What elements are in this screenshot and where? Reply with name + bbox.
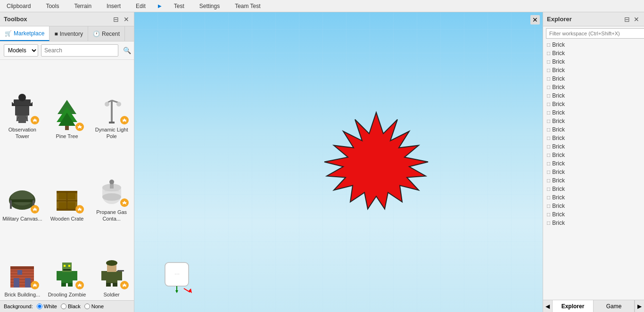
explorer-filter-input[interactable]: [546, 28, 644, 39]
explorer-item[interactable]: □Brick: [543, 219, 644, 227]
svg-marker-11: [33, 118, 37, 122]
tab-game[interactable]: Game: [594, 300, 635, 312]
search-button[interactable]: 🔍: [121, 46, 133, 55]
menu-settings[interactable]: Settings: [197, 2, 223, 10]
explorer-item[interactable]: □Brick: [543, 74, 644, 83]
svg-rect-27: [10, 200, 12, 209]
brick-icon: □: [547, 92, 550, 99]
item-badge-soldier: [120, 281, 129, 289]
grid-item-military-canvas[interactable]: Military Canvas...: [0, 142, 45, 225]
bg-black-label: Black: [68, 304, 81, 309]
grid-item-soldier[interactable]: Soldier: [89, 225, 134, 300]
grid-item-pine-tree[interactable]: Pine Tree: [45, 60, 90, 142]
explorer-item[interactable]: □Brick: [543, 142, 644, 151]
tab-inventory[interactable]: ■ Inventory: [50, 26, 88, 41]
explorer-item[interactable]: □Brick: [543, 210, 644, 219]
explorer-item[interactable]: □Brick: [543, 193, 644, 202]
menu-test[interactable]: Test: [171, 2, 187, 10]
svg-rect-38: [68, 202, 75, 209]
explorer-item[interactable]: □Brick: [543, 134, 644, 142]
explorer-item[interactable]: □Brick: [543, 83, 644, 91]
svg-rect-63: [73, 271, 77, 280]
bg-black-option[interactable]: Black: [61, 304, 81, 309]
items-grid: Observation Tower Pine Tree: [0, 60, 134, 300]
svg-rect-60: [61, 271, 73, 283]
explorer-item[interactable]: □Brick: [543, 125, 644, 134]
explosion-shape: [315, 108, 433, 207]
menu-clipboard[interactable]: Clipboard: [4, 2, 33, 10]
brick-icon: □: [547, 118, 550, 124]
inventory-icon: ■: [54, 31, 58, 37]
grid-item-dynamic-light-pole[interactable]: Dynamic Light Pole: [89, 60, 134, 142]
menu-terrain[interactable]: Terrain: [71, 2, 94, 10]
explorer-item[interactable]: □Brick: [543, 159, 644, 168]
explorer-title: Explorer: [547, 16, 572, 23]
item-label-pine-tree: Pine Tree: [56, 133, 78, 140]
explorer-item[interactable]: □Brick: [543, 117, 644, 125]
grid-item-drooling-zombie[interactable]: Drooling Zombie: [45, 225, 90, 300]
explorer-item[interactable]: □Brick: [543, 49, 644, 57]
explorer-item[interactable]: □Brick: [543, 202, 644, 210]
explorer-item[interactable]: □Brick: [543, 41, 644, 49]
toolbox-header: Toolbox ⊟ ✕: [0, 12, 134, 26]
tab-recent[interactable]: 🕐 Recent: [88, 26, 125, 41]
item-label-military-canvas: Military Canvas...: [2, 215, 42, 222]
toolbox-panel: Toolbox ⊟ ✕ 🛒 Marketplace ■ Inventory 🕐 …: [0, 12, 134, 312]
grid-item-observation-tower[interactable]: Observation Tower: [0, 60, 45, 142]
explorer-item[interactable]: □Brick: [543, 176, 644, 185]
menu-edit[interactable]: Edit: [133, 2, 149, 10]
item-thumb-pine-tree: [49, 96, 85, 132]
item-badge-dynamic-light-pole: [120, 116, 129, 124]
search-input[interactable]: [41, 44, 118, 57]
explorer-item[interactable]: □Brick: [543, 168, 644, 176]
bg-none-radio[interactable]: [84, 304, 90, 309]
item-thumb-brick-building: [4, 255, 40, 290]
menu-insert[interactable]: Insert: [104, 2, 124, 10]
toolbox-dock-button[interactable]: ⊟: [112, 16, 120, 23]
item-thumb-observation-tower: [4, 90, 40, 125]
svg-rect-17: [111, 100, 113, 123]
brick-icon: □: [547, 211, 550, 218]
explorer-item[interactable]: □Brick: [543, 100, 644, 108]
menu-team-test[interactable]: Team Test: [232, 2, 263, 10]
model-type-select[interactable]: Models Meshes Images Audio Plugins: [4, 44, 38, 57]
toolbox-title: Toolbox: [4, 16, 27, 23]
grid-item-propane-gas[interactable]: Propane Gas Conta...: [89, 142, 134, 225]
bg-white-radio[interactable]: [37, 304, 42, 309]
svg-rect-75: [106, 283, 111, 287]
explorer-close-button[interactable]: ✕: [633, 16, 640, 23]
bg-white-option[interactable]: White: [37, 304, 57, 309]
explorer-item[interactable]: □Brick: [543, 91, 644, 100]
svg-marker-39: [77, 207, 82, 211]
bg-none-option[interactable]: None: [84, 304, 104, 309]
svg-rect-7: [12, 102, 13, 106]
explorer-footer: ◀ Explorer Game ▶: [543, 300, 644, 312]
brick-icon: □: [547, 50, 550, 57]
explorer-item[interactable]: □Brick: [543, 151, 644, 159]
viewport[interactable]: ✕ ⋯: [134, 12, 543, 312]
svg-point-72: [106, 260, 117, 266]
svg-rect-76: [113, 283, 117, 287]
svg-rect-0: [18, 115, 26, 123]
explorer-item[interactable]: □Brick: [543, 57, 644, 66]
brick-icon: □: [547, 152, 550, 158]
explorer-item[interactable]: □Brick: [543, 108, 644, 117]
tab-marketplace[interactable]: 🛒 Marketplace: [0, 26, 50, 41]
explorer-dock-button[interactable]: ⊟: [623, 16, 631, 23]
item-thumb-wooden-crate: [49, 179, 85, 214]
explorer-item[interactable]: □Brick: [543, 66, 644, 74]
bg-none-label: None: [91, 304, 104, 309]
toolbox-close-button[interactable]: ✕: [123, 16, 130, 23]
explorer-scroll-left[interactable]: ◀: [543, 300, 553, 312]
brick-icon: □: [547, 203, 550, 209]
brick-icon: □: [547, 84, 550, 90]
bg-black-radio[interactable]: [61, 304, 66, 309]
explorer-item[interactable]: □Brick: [543, 185, 644, 193]
grid-item-brick-building[interactable]: Brick Building...: [0, 225, 45, 300]
viewport-close-button[interactable]: ✕: [530, 15, 540, 25]
grid-item-wooden-crate[interactable]: Wooden Crate: [45, 142, 90, 225]
explorer-scroll-right[interactable]: ▶: [635, 300, 644, 312]
menu-tools[interactable]: Tools: [43, 2, 62, 10]
tab-explorer[interactable]: Explorer: [553, 300, 594, 312]
background-row: Background: White Black None: [0, 300, 134, 312]
